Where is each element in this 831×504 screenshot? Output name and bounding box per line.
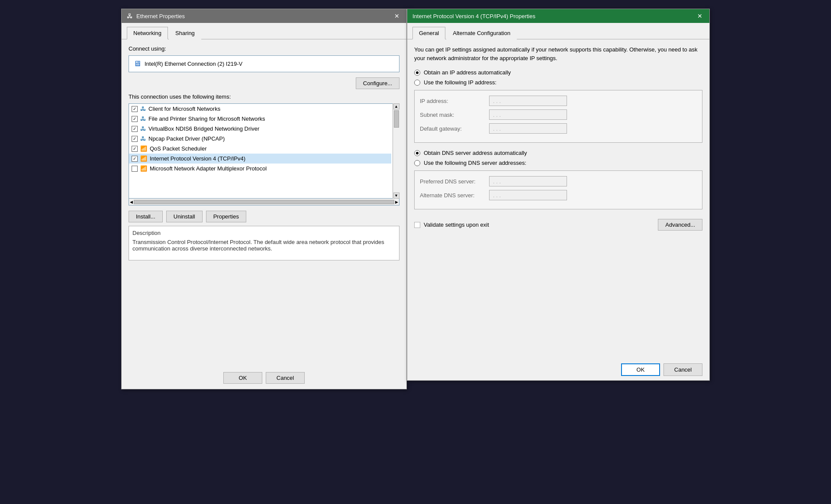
item-checkbox-5[interactable]	[132, 156, 138, 162]
connect-using-label: Connect using:	[129, 45, 399, 52]
validate-checkbox-row: Validate settings upon exit	[414, 222, 489, 228]
ip-fields-box: IP address: . . . Subnet mask: . . . Def…	[414, 90, 702, 143]
scroll-up-arrow[interactable]: ▲	[393, 103, 399, 109]
tab-general[interactable]: General	[412, 27, 445, 39]
net-icon-2: 🖧	[140, 125, 146, 132]
default-gateway-label: Default gateway:	[420, 125, 489, 132]
list-item[interactable]: 🖧 File and Printer Sharing for Microsoft…	[129, 114, 391, 124]
net-icon-5: 📶	[140, 155, 147, 162]
ethernet-titlebar: 🖧 Ethernet Properties ✕	[122, 9, 406, 23]
ethernet-title-icon: 🖧	[127, 13, 133, 19]
description-box: Description Transmission Control Protoco…	[129, 226, 399, 260]
ip-address-input[interactable]: . . .	[489, 96, 567, 106]
item-label-2: VirtualBox NDIS6 Bridged Networking Driv…	[148, 125, 259, 132]
dns-fields-box: Preferred DNS server: . . . Alternate DN…	[414, 170, 702, 209]
alternate-dns-input[interactable]: . . .	[489, 190, 567, 200]
ethernet-content: Connect using: 🖥 Intel(R) Ethernet Conne…	[122, 39, 406, 367]
item-checkbox-3[interactable]	[132, 136, 138, 142]
scroll-thumb[interactable]	[394, 110, 399, 128]
radio-btn-manual-dns[interactable]	[414, 160, 420, 166]
default-gateway-row: Default gateway: . . .	[420, 123, 697, 134]
preferred-dns-input[interactable]: . . .	[489, 176, 567, 186]
connect-using-section: Connect using: 🖥 Intel(R) Ethernet Conne…	[129, 45, 399, 72]
item-label-6: Microsoft Network Adapter Multiplexor Pr…	[150, 165, 267, 172]
ipv4-title-text: Internet Protocol Version 4 (TCP/IPv4) P…	[412, 13, 696, 19]
ipv4-tab-bar: General Alternate Configuration	[407, 23, 709, 39]
ipv4-properties-dialog: Internet Protocol Version 4 (TCP/IPv4) P…	[407, 9, 710, 381]
ip-address-row: IP address: . . .	[420, 96, 697, 106]
adapter-box: 🖥 Intel(R) Ethernet Connection (2) I219-…	[129, 55, 399, 72]
validate-checkbox[interactable]	[414, 222, 420, 228]
uninstall-button[interactable]: Uninstall	[166, 211, 203, 222]
net-icon-4: 📶	[140, 145, 147, 152]
tab-networking[interactable]: Networking	[127, 27, 168, 39]
item-checkbox-6[interactable]	[132, 166, 138, 172]
radio-btn-auto-dns[interactable]	[414, 150, 420, 156]
ethernet-properties-dialog: 🖧 Ethernet Properties ✕ Networking Shari…	[121, 9, 407, 389]
ipv4-ok-button[interactable]: OK	[621, 363, 660, 376]
listbox-scrollbar[interactable]: ▲ ▼	[393, 103, 399, 199]
item-label-5: Internet Protocol Version 4 (TCP/IPv4)	[150, 155, 245, 162]
ethernet-cancel-button[interactable]: Cancel	[266, 372, 305, 384]
ethernet-tab-bar: Networking Sharing	[122, 23, 406, 39]
action-buttons: Install... Uninstall Properties	[129, 211, 399, 222]
radio-auto-dns-label: Obtain DNS server address automatically	[424, 150, 527, 156]
radio-btn-manual-ip[interactable]	[414, 80, 420, 86]
radio-auto-dns[interactable]: Obtain DNS server address automatically	[414, 150, 702, 156]
properties-button[interactable]: Properties	[206, 211, 246, 222]
ethernet-bottom-buttons: OK Cancel	[122, 367, 406, 389]
ipv4-close-button[interactable]: ✕	[696, 12, 704, 20]
scroll-left-arrow[interactable]: ◀	[130, 200, 133, 204]
configure-button[interactable]: Configure...	[356, 77, 399, 89]
configure-row: Configure...	[129, 77, 399, 89]
ethernet-close-button[interactable]: ✕	[393, 12, 401, 20]
list-item[interactable]: 🖧 Npcap Packet Driver (NPCAP)	[129, 134, 391, 144]
default-gateway-input[interactable]: . . .	[489, 123, 567, 134]
info-text: You can get IP settings assigned automat…	[414, 45, 702, 62]
preferred-dns-label: Preferred DNS server:	[420, 178, 489, 185]
item-checkbox-1[interactable]	[132, 116, 138, 122]
item-label-3: Npcap Packet Driver (NPCAP)	[148, 135, 225, 142]
scroll-right-arrow[interactable]: ▶	[395, 200, 398, 204]
ethernet-ok-button[interactable]: OK	[223, 372, 262, 384]
install-button[interactable]: Install...	[129, 211, 163, 222]
list-item[interactable]: 📶 Internet Protocol Version 4 (TCP/IPv4)	[129, 154, 391, 164]
list-item[interactable]: 📶 Microsoft Network Adapter Multiplexor …	[129, 164, 391, 173]
net-icon-6: 📶	[140, 165, 147, 172]
item-checkbox-4[interactable]	[132, 146, 138, 152]
radio-auto-ip[interactable]: Obtain an IP address automatically	[414, 69, 702, 76]
description-label: Description	[132, 230, 396, 236]
items-listbox-wrapper: 🖧 Client for Microsoft Networks 🖧 File a…	[129, 103, 399, 199]
tab-alternate-config[interactable]: Alternate Configuration	[446, 27, 517, 39]
horizontal-scrollbar[interactable]: ◀ ▶	[129, 199, 399, 205]
ipv4-content: You can get IP settings assigned automat…	[407, 39, 709, 359]
ipv4-cancel-button[interactable]: Cancel	[664, 363, 702, 376]
item-label-0: Client for Microsoft Networks	[148, 106, 220, 112]
items-section: This connection uses the following items…	[129, 93, 399, 205]
item-checkbox-2[interactable]	[132, 126, 138, 132]
tab-sharing[interactable]: Sharing	[169, 27, 201, 39]
items-listbox[interactable]: 🖧 Client for Microsoft Networks 🖧 File a…	[129, 103, 399, 199]
dns-radio-group: Obtain DNS server address automatically …	[414, 150, 702, 166]
ip-radio-group: Obtain an IP address automatically Use t…	[414, 69, 702, 86]
alternate-dns-label: Alternate DNS server:	[420, 192, 489, 199]
radio-btn-auto-ip[interactable]	[414, 70, 420, 76]
h-scroll-thumb[interactable]	[134, 200, 394, 204]
list-item[interactable]: 🖧 VirtualBox NDIS6 Bridged Networking Dr…	[129, 124, 391, 134]
advanced-button[interactable]: Advanced...	[658, 219, 702, 231]
radio-manual-dns[interactable]: Use the following DNS server addresses:	[414, 160, 702, 166]
list-item[interactable]: 🖧 Client for Microsoft Networks	[129, 104, 391, 114]
ipv4-bottom-buttons: OK Cancel	[407, 359, 709, 380]
list-item[interactable]: 📶 QoS Packet Scheduler	[129, 144, 391, 154]
item-checkbox-0[interactable]	[132, 106, 138, 112]
validate-advanced-row: Validate settings upon exit Advanced...	[414, 216, 702, 233]
subnet-mask-row: Subnet mask: . . .	[420, 109, 697, 120]
adapter-icon: 🖥	[133, 59, 141, 68]
radio-manual-ip[interactable]: Use the following IP address:	[414, 79, 702, 86]
scroll-down-arrow[interactable]: ▼	[393, 193, 399, 199]
items-label: This connection uses the following items…	[129, 93, 399, 100]
radio-manual-ip-label: Use the following IP address:	[424, 79, 496, 86]
subnet-mask-input[interactable]: . . .	[489, 109, 567, 120]
ip-address-label: IP address:	[420, 98, 489, 104]
validate-label: Validate settings upon exit	[424, 222, 489, 228]
